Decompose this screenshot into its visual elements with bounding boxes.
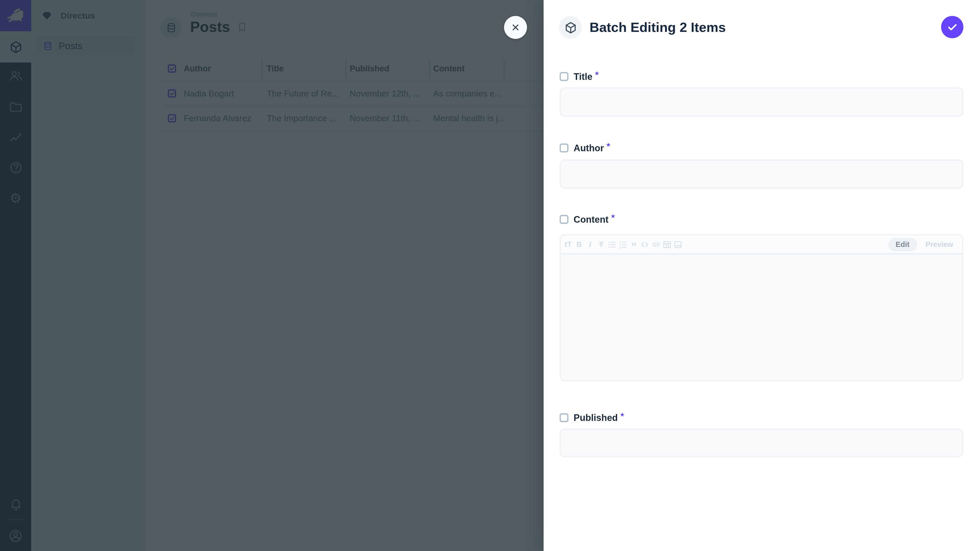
blockquote-icon[interactable]: ”	[628, 237, 640, 252]
required-star-icon: ★	[620, 411, 625, 418]
field-label: Published	[574, 413, 618, 423]
markdown-editor: tT B I T 1 2 3	[560, 234, 964, 382]
field-label-title: Title ★	[560, 71, 600, 82]
editor-toolbar: tT B I T 1 2 3	[561, 235, 963, 254]
title-input[interactable]	[560, 87, 964, 117]
code-icon[interactable]	[640, 237, 651, 252]
save-button[interactable]	[941, 16, 964, 38]
field-toggle-checkbox[interactable]	[560, 144, 569, 152]
check-icon	[945, 21, 959, 34]
required-star-icon: ★	[606, 141, 611, 148]
drawer-overlay[interactable]	[0, 0, 544, 551]
svg-text:3: 3	[619, 246, 621, 249]
batch-edit-drawer: Batch Editing 2 Items Title ★ Author ★ C…	[544, 0, 980, 551]
required-star-icon: ★	[594, 70, 600, 76]
table-icon[interactable]	[662, 237, 673, 252]
drawer-header-icon-badge	[559, 16, 582, 39]
heading-icon[interactable]: tT	[563, 237, 574, 252]
bulleted-list-icon[interactable]	[607, 237, 617, 252]
image-icon[interactable]	[673, 237, 683, 252]
tab-edit[interactable]: Edit	[888, 238, 917, 251]
editor-textarea[interactable]	[561, 254, 963, 382]
drawer-title: Batch Editing 2 Items	[590, 20, 726, 35]
close-button[interactable]	[504, 16, 527, 39]
field-label-content: Content ★	[560, 214, 616, 224]
author-input[interactable]	[560, 159, 964, 189]
app-root: ⚙ Di	[0, 0, 980, 551]
italic-icon[interactable]: I	[585, 237, 596, 252]
published-input[interactable]	[560, 429, 964, 457]
field-toggle-checkbox[interactable]	[560, 413, 569, 422]
field-toggle-checkbox[interactable]	[560, 215, 569, 224]
numbered-list-icon[interactable]: 1 2 3	[617, 237, 628, 252]
cube-icon	[564, 21, 577, 34]
x-icon	[509, 21, 522, 34]
field-label: Content	[574, 214, 609, 224]
field-label-author: Author ★	[560, 143, 611, 153]
required-star-icon: ★	[611, 213, 616, 219]
bold-icon[interactable]: B	[574, 237, 585, 252]
field-label: Author	[574, 143, 604, 153]
strikethrough-icon[interactable]: T	[596, 237, 607, 252]
field-label-published: Published ★	[560, 413, 625, 423]
editor-tabs: Edit Preview	[888, 238, 956, 251]
tab-preview[interactable]: Preview	[925, 241, 953, 248]
link-icon[interactable]	[651, 237, 662, 252]
field-toggle-checkbox[interactable]	[560, 72, 569, 81]
field-label: Title	[574, 71, 593, 82]
